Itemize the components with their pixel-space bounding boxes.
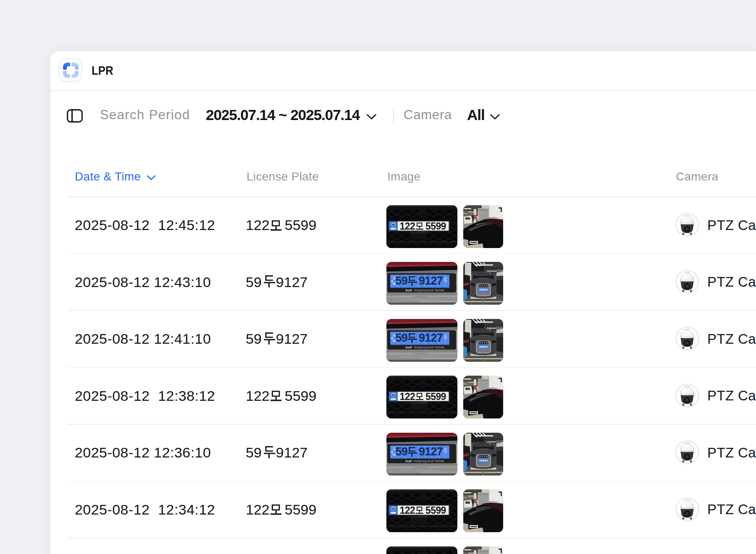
svg-text:LPR: LPR [92, 64, 113, 78]
